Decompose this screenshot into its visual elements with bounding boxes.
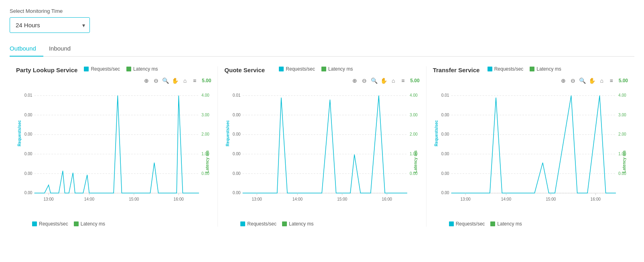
bottom-legend-label-requests-transfer: Requests/sec	[456, 221, 485, 227]
svg-text:0.00: 0.00	[441, 112, 449, 117]
chart-quote: Quote Service Requests/sec Latency ms ⊕ …	[218, 66, 426, 227]
zoom-search-button[interactable]: 🔍	[162, 77, 170, 85]
zoom-out-button-transfer[interactable]: ⊖	[569, 77, 577, 85]
pan-button-quote[interactable]: ✋	[380, 77, 388, 85]
legend-dot-green-transfer	[530, 67, 534, 71]
legend-label-latency-transfer: Latency ms	[536, 66, 561, 72]
svg-text:15:00: 15:00	[546, 197, 556, 201]
bottom-legend-dot-green-transfer	[490, 221, 495, 226]
home-button-quote[interactable]: ⌂	[389, 77, 397, 85]
svg-text:14:00: 14:00	[84, 197, 95, 201]
zoom-in-button[interactable]: ⊕	[142, 77, 150, 85]
bottom-legend-dot-green-quote	[282, 221, 287, 226]
pan-button[interactable]: ✋	[171, 77, 179, 85]
bottom-legend-label-requests: Requests/sec	[39, 221, 68, 227]
tab-inbound[interactable]: Inbound	[49, 41, 78, 57]
legend-item-requests-transfer: Requests/sec	[488, 66, 524, 72]
svg-text:0.00: 0.00	[233, 112, 241, 117]
legend-label-latency-quote: Latency ms	[328, 66, 353, 72]
right-axis-max-label: 5.00	[202, 78, 211, 83]
svg-text:2.00: 2.00	[618, 132, 626, 136]
bottom-legend-dot-cyan-transfer	[449, 221, 454, 226]
menu-button-quote[interactable]: ≡	[399, 77, 407, 85]
svg-text:0.00: 0.00	[24, 152, 33, 156]
legend-dot-green	[126, 67, 131, 71]
svg-text:0.00: 0.00	[24, 191, 33, 195]
time-select[interactable]: 1 Hour 6 Hours 12 Hours 24 Hours 7 Days	[10, 17, 90, 33]
home-button[interactable]: ⌂	[181, 77, 189, 85]
chart-party-lookup: Party Lookup Service Requests/sec Latenc…	[10, 66, 218, 227]
legend-dot-green-quote	[321, 67, 326, 71]
bottom-legend-item-requests-transfer: Requests/sec	[449, 221, 485, 227]
zoom-search-button-quote[interactable]: 🔍	[370, 77, 378, 85]
svg-text:0.00: 0.00	[233, 191, 241, 195]
svg-text:16:00: 16:00	[174, 197, 184, 201]
svg-text:0.01: 0.01	[441, 93, 449, 97]
zoom-in-button-quote[interactable]: ⊕	[351, 77, 359, 85]
svg-text:0.01: 0.01	[233, 93, 241, 97]
svg-text:14:00: 14:00	[501, 197, 511, 201]
svg-text:0.00: 0.00	[233, 152, 241, 156]
svg-text:4.00: 4.00	[410, 93, 418, 97]
svg-text:13:00: 13:00	[252, 197, 262, 201]
zoom-in-button-transfer[interactable]: ⊕	[559, 77, 567, 85]
right-axis-max-label-transfer: 5.00	[619, 78, 628, 83]
svg-text:4.00: 4.00	[618, 93, 626, 97]
svg-text:2.00: 2.00	[201, 132, 209, 136]
bottom-legend-item-requests: Requests/sec	[32, 221, 68, 227]
zoom-search-button-transfer[interactable]: 🔍	[579, 77, 587, 85]
legend-label-requests-transfer: Requests/sec	[494, 66, 524, 72]
svg-text:Requests/sec: Requests/sec	[17, 120, 22, 146]
chart-svg-party-lookup: 0.01 0.00 0.00 0.00 0.00 0.00 4.00 3.00 …	[16, 86, 211, 219]
right-axis-max-label-quote: 5.00	[410, 78, 419, 83]
select-label: Select Monitoring Time	[10, 8, 634, 14]
svg-text:Latency ms: Latency ms	[414, 150, 418, 173]
legend-label-requests: Requests/sec	[91, 66, 120, 72]
svg-text:15:00: 15:00	[129, 197, 139, 201]
chart-header-transfer: Transfer Service Requests/sec Latency ms	[433, 66, 628, 74]
svg-text:4.00: 4.00	[201, 93, 209, 97]
svg-text:16:00: 16:00	[382, 197, 392, 201]
legend-item-latency: Latency ms	[126, 66, 158, 72]
legend-label-latency: Latency ms	[133, 66, 158, 72]
chart-controls-party-lookup: ⊕ ⊖ 🔍 ✋ ⌂ ≡ 5.00	[16, 77, 211, 85]
legend-party-lookup: Requests/sec Latency ms	[84, 66, 211, 72]
svg-text:13:00: 13:00	[460, 197, 471, 201]
zoom-out-button[interactable]: ⊖	[152, 77, 160, 85]
zoom-out-button-quote[interactable]: ⊖	[360, 77, 368, 85]
bottom-legend-label-latency-transfer: Latency ms	[497, 221, 522, 227]
bottom-legend-item-latency-quote: Latency ms	[282, 221, 313, 227]
chart-controls-quote: ⊕ ⊖ 🔍 ✋ ⌂ ≡ 5.00	[224, 77, 419, 85]
tab-outbound[interactable]: Outbound	[10, 41, 43, 57]
svg-text:0.00: 0.00	[441, 152, 449, 156]
time-select-wrapper: 1 Hour 6 Hours 12 Hours 24 Hours 7 Days …	[10, 17, 90, 33]
svg-text:2.00: 2.00	[410, 132, 418, 136]
menu-button[interactable]: ≡	[191, 77, 199, 85]
legend-quote: Requests/sec Latency ms	[279, 66, 419, 72]
bottom-legend-item-latency-transfer: Latency ms	[490, 221, 522, 227]
svg-text:0.01: 0.01	[24, 93, 33, 97]
bottom-legend-dot-cyan	[32, 221, 37, 226]
tab-bar: Outbound Inbound	[10, 41, 634, 57]
bottom-legend-item-requests-quote: Requests/sec	[240, 221, 276, 227]
home-button-transfer[interactable]: ⌂	[598, 77, 606, 85]
legend-dot-cyan-quote	[279, 67, 284, 71]
svg-text:0.00: 0.00	[24, 132, 33, 136]
svg-text:0.00: 0.00	[441, 132, 449, 136]
menu-button-transfer[interactable]: ≡	[607, 77, 616, 85]
pan-button-transfer[interactable]: ✋	[588, 77, 596, 85]
svg-text:Requests/sec: Requests/sec	[226, 120, 230, 146]
svg-text:14:00: 14:00	[293, 197, 303, 201]
svg-text:Latency ms: Latency ms	[205, 150, 209, 173]
legend-item-requests: Requests/sec	[84, 66, 120, 72]
chart-area-transfer: 0.01 0.00 0.00 0.00 0.00 0.00 4.00 3.00 …	[433, 86, 628, 219]
legend-dot-cyan	[84, 67, 89, 71]
legend-dot-cyan-transfer	[488, 67, 492, 71]
svg-text:0.00: 0.00	[24, 112, 33, 117]
chart-title-party-lookup: Party Lookup Service	[16, 66, 77, 74]
bottom-legend-transfer: Requests/sec Latency ms	[433, 221, 628, 227]
chart-header-party-lookup: Party Lookup Service Requests/sec Latenc…	[16, 66, 211, 74]
bottom-legend-party-lookup: Requests/sec Latency ms	[16, 221, 211, 227]
bottom-legend-dot-green	[74, 221, 79, 226]
bottom-legend-label-requests-quote: Requests/sec	[247, 221, 276, 227]
